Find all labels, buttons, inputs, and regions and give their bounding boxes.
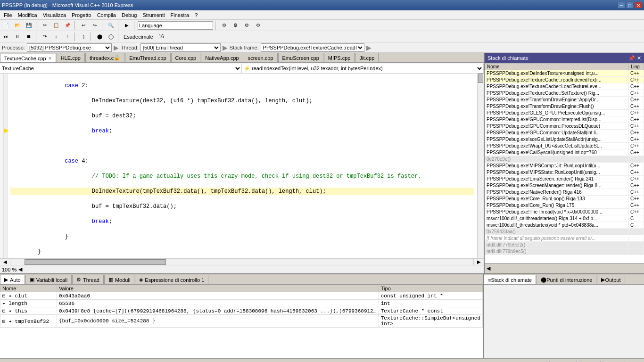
code-content[interactable]: case 2: DeIndexTexture(dest32, (u16 *) t…	[8, 74, 477, 258]
tab-mips[interactable]: MIPS.cpp	[324, 53, 355, 62]
menu-debug[interactable]: Debug	[119, 12, 140, 18]
call-stack-row[interactable]: PPSSPPDebug.exe!Core_Run() Riga 175C++	[485, 202, 644, 209]
call-stack-row[interactable]: PPSSPPDebug.exe!TransformDrawEngine::Flu…	[485, 103, 644, 110]
call-stack-row[interactable]: PPSSPPDebug.exe!TextureCache::LoadTextur…	[485, 83, 644, 90]
bottom-tab-thread[interactable]: ⚙ Thread	[72, 275, 104, 284]
bottom-tab-auto[interactable]: ▶ Auto	[0, 275, 25, 284]
call-stack-row[interactable]: PPSSPPDebug.exe!CallSyscall(unsigned int…	[485, 149, 644, 156]
call-stack-row[interactable]: PPSSPPDebug.exe!GPUCommon::ProcessDLQueu…	[485, 123, 644, 130]
tb2-btn1[interactable]: ⏭	[1, 32, 11, 41]
call-stack-row[interactable]: PPSSPPDebug.exe!MIPSComp::Jit::RunLoopUn…	[485, 163, 644, 169]
tab-threadex[interactable]: threadex.c 🔒	[85, 53, 124, 62]
code-editor[interactable]: ▶ case 2: DeIndexTexture(dest32, (u16 *)…	[0, 74, 484, 258]
tab-emuscreen[interactable]: EmuScreen.cpp	[278, 53, 323, 62]
maximize-button[interactable]: □	[626, 2, 634, 8]
call-stack-row[interactable]: PPSSPPDebug.exe!GPUCommon::UpdateStall(i…	[485, 130, 644, 136]
auto-table-row[interactable]: ⊞ ✦ tmpTexBuf32{buf_=0x0cdc0000 size_=52…	[0, 315, 483, 328]
bottom-right-tab-stack[interactable]: ≡ Stack di chiamate	[484, 275, 536, 284]
call-stack-row[interactable]: PPSSPPDebug.exe!ScreenManager::render() …	[485, 182, 644, 189]
cs-pin[interactable]: 📌	[628, 55, 635, 61]
bottom-tab-watch[interactable]: ◈ Espressione di controllo 1	[135, 275, 208, 284]
call-stack-row[interactable]: PPSSPPDebug.exe!WrapI_UU<&sceGeListUpdat…	[485, 143, 644, 149]
bottom-right-tab-breakpoints[interactable]: ⬤ Punti di interruzione	[537, 275, 596, 284]
scroll-left-btn[interactable]: ◀	[0, 259, 10, 265]
thread-select[interactable]: [500] EmuThread	[140, 43, 221, 52]
cs-close[interactable]: ✕	[637, 55, 641, 61]
call-stack-row[interactable]: msvcr100d.dll!_callthreadstartex() Riga …	[485, 215, 644, 222]
call-stack-row[interactable]: PPSSPPDebug.exe!TextureCache::readIndexe…	[485, 77, 644, 83]
menu-modifica[interactable]: Modifica	[15, 12, 40, 18]
call-stack-row[interactable]: PPSSPPDebug.exe!sceGeListUpdateStallAddr…	[485, 136, 644, 143]
toolbar-copy[interactable]: 📋	[51, 21, 61, 30]
toolbar-cut[interactable]: ✂	[40, 21, 50, 30]
tb2-breakpt[interactable]: ⬤	[94, 32, 105, 41]
menu-compila[interactable]: Compila	[94, 12, 119, 18]
call-stack-row[interactable]: ntdll.dll!779b9ef2()	[485, 242, 644, 248]
scroll-thumb-h[interactable]	[25, 259, 166, 265]
toolbar-run[interactable]: ▶	[122, 21, 132, 30]
menu-strumenti[interactable]: Strumenti	[140, 12, 167, 18]
toolbar-find[interactable]: 🔍	[106, 21, 116, 30]
scroll-thumb-v[interactable]	[478, 74, 483, 83]
tb2-btn3[interactable]: ⏹	[24, 32, 34, 41]
toolbar-redo[interactable]: ↪	[90, 21, 100, 30]
call-stack-row[interactable]: ntdll.dll!779b9ec5()	[485, 248, 644, 255]
auto-table-row[interactable]: ✦ length65536int	[0, 300, 483, 307]
auto-table-row[interactable]: ⊞ ✦ clut0x043a0aa0const unsigned int *	[0, 292, 483, 300]
thread-arrow[interactable]: ▶	[223, 44, 228, 51]
bottom-tab-modules[interactable]: ▦ Moduli	[104, 275, 134, 284]
tab-texturecache-close[interactable]: ✕	[48, 56, 52, 61]
call-stack-row[interactable]: PPSSPPDebug.exe!GLES_GPU::PreExecuteOp(u…	[485, 110, 644, 116]
tb2-step-out[interactable]: ↑	[62, 32, 73, 41]
minimize-button[interactable]: ─	[618, 2, 625, 8]
cs-bottom-left[interactable]: ◀	[487, 265, 490, 272]
stack-arrow[interactable]: ▶	[366, 44, 372, 51]
scrollbar-vertical[interactable]	[477, 74, 484, 258]
tb-btn1[interactable]: ⚙	[219, 21, 229, 30]
tb2-run-cursor[interactable]: ⤵	[78, 32, 89, 41]
call-stack-row[interactable]: PPSSPPDebug.exe!DeIndexTexture<unsigned …	[485, 70, 644, 77]
call-stack-row[interactable]: [I frame indicati di seguito possono ess…	[485, 235, 644, 242]
call-stack-row[interactable]: PPSSPPDebug.exe!TheThread(void * x=0x000…	[485, 209, 644, 215]
call-stack-row[interactable]: PPSSPPDebug.exe!GPUCommon::InterpretList…	[485, 116, 644, 123]
tab-core[interactable]: Core.cpp	[171, 53, 201, 62]
tb2-btn2[interactable]: ⏸	[12, 32, 23, 41]
tb2-hex[interactable]: 16	[156, 32, 166, 41]
call-stack-row[interactable]: PPSSPPDebug.exe!MIPSState::RunLoopUntil(…	[485, 169, 644, 176]
call-stack-row[interactable]: PPSSPPDebug.exe!TransformDrawEngine::App…	[485, 97, 644, 103]
call-stack-row[interactable]: PPSSPPDebug.exe!TextureCache::SetTexture…	[485, 90, 644, 97]
tb-btn2[interactable]: ⚙	[230, 21, 240, 30]
tb2-step-in[interactable]: ↓	[51, 32, 61, 41]
tab-hle[interactable]: HLE.cpp	[57, 53, 85, 62]
toolbar-paste[interactable]: 📌	[62, 21, 73, 30]
menu-visualizza[interactable]: Visualizza	[40, 12, 69, 18]
toolbar-undo[interactable]: ↩	[78, 21, 89, 30]
call-stack-row[interactable]: PPSSPPDebug.exe!EmuScreen::render() Riga…	[485, 176, 644, 182]
class-selector[interactable]: TextureCache	[0, 64, 242, 73]
language-combo[interactable]	[138, 21, 213, 30]
tab-nativeapp[interactable]: NativeApp.cpp	[201, 53, 243, 62]
bottom-tab-locals[interactable]: ▣ Variabili locali	[25, 275, 72, 284]
scrollbar-horizontal[interactable]	[10, 259, 473, 265]
tb2-breakpts[interactable]: ◯	[106, 32, 116, 41]
scroll-right-btn[interactable]: ▶	[473, 259, 484, 265]
tab-jit[interactable]: Jit.cpp	[355, 53, 379, 62]
call-stack-row[interactable]: PPSSPPDebug.exe!Core_RunLoop() Riga 133C…	[485, 196, 644, 202]
tab-emuthread[interactable]: EmuThread.cpp	[125, 53, 170, 62]
menu-finestra[interactable]: Finestra	[167, 12, 192, 18]
menu-help[interactable]: ?	[192, 12, 200, 18]
toolbar-save[interactable]: 💾	[24, 21, 34, 30]
stack-select[interactable]: PPSSPPDebug.exe!TextureCache::readInde..…	[261, 43, 364, 52]
process-arrow[interactable]: ▶	[114, 44, 119, 51]
auto-table-row[interactable]: ⊞ ✦ this0x0439f8e8 {cache=[7]((679929194…	[0, 307, 483, 315]
method-selector[interactable]: ⚡ readIndexedTex(int level, u32 texaddr,…	[242, 64, 484, 73]
call-stack-row[interactable]: 0e270e9e()	[485, 156, 644, 163]
close-button[interactable]: ✕	[635, 2, 642, 8]
menu-progetto[interactable]: Progetto	[69, 12, 94, 18]
tb2-step-over[interactable]: ↷	[40, 32, 50, 41]
call-stack-row[interactable]: msvcr100d.dll!_threadstartex(void * ptd=…	[485, 222, 644, 229]
toolbar-new[interactable]: 📄	[1, 21, 11, 30]
zoom-decrease[interactable]: ◀	[18, 266, 22, 272]
process-select[interactable]: [5092] PPSSPPDebug.exe	[27, 43, 112, 52]
menu-file[interactable]: File	[1, 12, 15, 18]
